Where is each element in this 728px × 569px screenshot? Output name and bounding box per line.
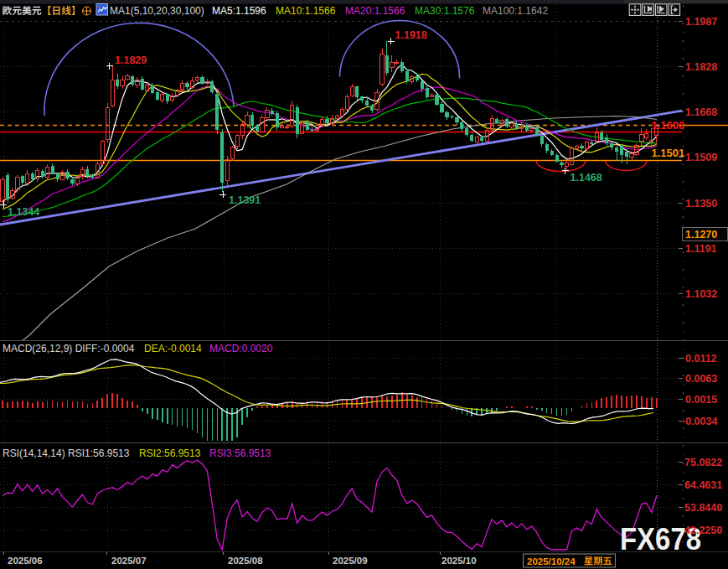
svg-text:1.1391: 1.1391 xyxy=(229,194,261,206)
svg-text:MA1(5,10,20,30,100): MA1(5,10,20,30,100) xyxy=(110,5,204,17)
svg-text:1.1191: 1.1191 xyxy=(685,243,717,255)
svg-text:2025/08: 2025/08 xyxy=(228,556,263,566)
svg-text:MACD:0.0020: MACD:0.0020 xyxy=(209,343,273,354)
svg-text:1.1350: 1.1350 xyxy=(685,198,717,209)
svg-text:-0.0034: -0.0034 xyxy=(682,416,717,427)
svg-text:RSI(14,14,14) RSI1:56.9513: RSI(14,14,14) RSI1:56.9513 xyxy=(3,447,130,459)
svg-text:RSI2:56.9513: RSI2:56.9513 xyxy=(139,447,201,459)
svg-text:42.2250: 42.2250 xyxy=(684,525,722,536)
svg-text:75.0822: 75.0822 xyxy=(684,457,722,468)
svg-text:1.1468: 1.1468 xyxy=(571,172,602,184)
svg-text:1.1509: 1.1509 xyxy=(685,152,717,163)
svg-text:1.1828: 1.1828 xyxy=(685,61,717,73)
svg-text:2025/07: 2025/07 xyxy=(111,556,147,566)
svg-text:1.1987: 1.1987 xyxy=(685,16,717,28)
svg-text:RSI3:56.9513: RSI3:56.9513 xyxy=(209,447,271,459)
svg-text:1.1918: 1.1918 xyxy=(395,29,427,41)
svg-text:1.1668: 1.1668 xyxy=(685,106,717,118)
svg-text:2025/06: 2025/06 xyxy=(8,556,43,566)
svg-text:MA5:1.1596: MA5:1.1596 xyxy=(212,5,266,17)
svg-text:1.1270: 1.1270 xyxy=(685,229,717,241)
svg-text:1.1032: 1.1032 xyxy=(685,288,717,300)
svg-text:DEA:-0.0014: DEA:-0.0014 xyxy=(144,343,202,354)
svg-text:MA10:1.1566: MA10:1.1566 xyxy=(276,5,336,17)
svg-text:53.8440: 53.8440 xyxy=(684,502,722,514)
svg-text:0.0112: 0.0112 xyxy=(685,353,717,365)
svg-text:2025/09: 2025/09 xyxy=(333,556,368,566)
svg-text:MACD(26,12,9) DIFF:-0.0004: MACD(26,12,9) DIFF:-0.0004 xyxy=(3,343,135,354)
svg-text:1.1829: 1.1829 xyxy=(115,54,147,66)
svg-text:MA100:1.1642: MA100:1.1642 xyxy=(483,5,548,17)
svg-text:0.0015: 0.0015 xyxy=(685,394,717,406)
svg-text:MA20:1.1566: MA20:1.1566 xyxy=(345,5,405,17)
svg-text:64.4631: 64.4631 xyxy=(684,479,722,491)
svg-text:1.1344: 1.1344 xyxy=(8,206,39,218)
svg-text:2025/10: 2025/10 xyxy=(441,556,477,566)
svg-text:1.1501: 1.1501 xyxy=(652,147,685,159)
svg-text:MA30:1.1576: MA30:1.1576 xyxy=(415,5,475,17)
svg-text:1.1600: 1.1600 xyxy=(652,119,685,132)
svg-text:0.0063: 0.0063 xyxy=(685,373,717,385)
svg-text:2025/10/24: 2025/10/24 xyxy=(527,556,576,566)
